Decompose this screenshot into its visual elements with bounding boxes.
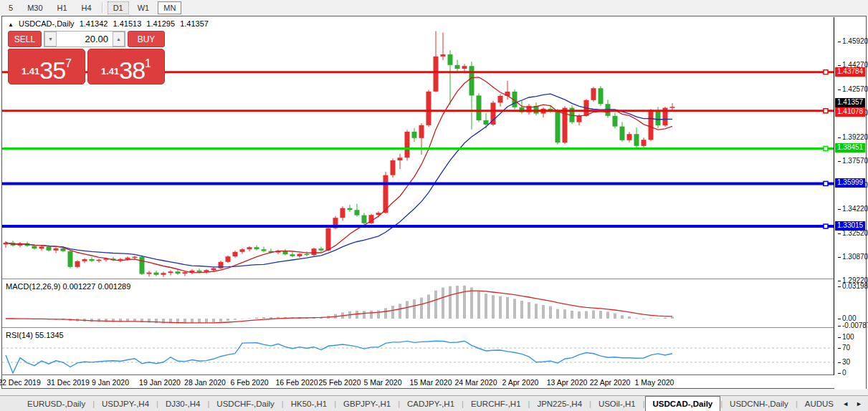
period-toolbar: 5M30H1H4D1W1MN bbox=[0, 0, 868, 15]
period-button-5[interactable]: 5 bbox=[3, 1, 19, 14]
date-tick-label: 31 Dec 2019 bbox=[47, 378, 90, 387]
time-axis: 22 Dec 201931 Dec 20199 Jan 202019 Jan 2… bbox=[2, 377, 834, 388]
price-tick-label: 1.34220 bbox=[838, 205, 868, 213]
chart-tab-usoil-h1[interactable]: USOil-,H1 bbox=[591, 396, 643, 411]
tick-mark bbox=[838, 281, 841, 281]
one-click-trading-panel: SELL ▼ ▲ BUY 1.41 35 7 1.41 38 1 bbox=[8, 31, 165, 84]
chart-tab-dj30-h4[interactable]: DJ30-,H4 bbox=[158, 396, 208, 411]
ohlc-close: 1.41357 bbox=[180, 19, 209, 28]
chart-tab-hk50-h1[interactable]: HK50-,H1 bbox=[284, 396, 335, 411]
tick-mark bbox=[838, 233, 841, 234]
tick-mark bbox=[838, 373, 841, 374]
line-endpoint-handle[interactable] bbox=[824, 224, 828, 228]
tick-mark bbox=[838, 286, 841, 287]
tick-mark bbox=[838, 348, 841, 349]
chart-tab-usdcnh-daily[interactable]: USDCNH-,Daily bbox=[722, 396, 796, 411]
date-tick-label: 15 Mar 2020 bbox=[410, 378, 452, 387]
tick-mark bbox=[838, 209, 841, 210]
price-badge: 1.35999 bbox=[835, 178, 865, 188]
line-endpoint-handle[interactable] bbox=[824, 70, 828, 74]
period-button-w1[interactable]: W1 bbox=[132, 1, 156, 14]
date-tick-label: 5 Mar 2020 bbox=[363, 378, 401, 387]
date-tick-label: 24 Mar 2020 bbox=[455, 378, 497, 387]
one-click-panel-toggle-icon[interactable]: ▲ bbox=[8, 21, 14, 28]
symbol-timeframe-label: USDCAD-,Daily bbox=[19, 19, 75, 28]
chart-title: ▲ USDCAD-,Daily 1.41342 1.41513 1.41295 … bbox=[8, 19, 211, 28]
macd-axis-label: 0.031987 bbox=[838, 282, 868, 290]
chart-tab-audus[interactable]: AUDUS bbox=[798, 396, 836, 411]
date-tick-label: 1 May 2020 bbox=[635, 378, 674, 387]
date-tick-label: 19 Jan 2020 bbox=[139, 378, 181, 387]
line-endpoint-handle[interactable] bbox=[824, 109, 828, 113]
chart-tab-eurchf-h1[interactable]: EURCHF-,H1 bbox=[464, 396, 528, 411]
rsi-chart-canvas[interactable] bbox=[2, 329, 834, 374]
price-tick-label: 1.39220 bbox=[838, 133, 868, 141]
price-badge: 1.41078 bbox=[835, 107, 865, 117]
date-tick-label: 6 Feb 2020 bbox=[230, 378, 268, 387]
date-tick-label: 28 Jan 2020 bbox=[184, 378, 226, 387]
ohlc-open: 1.41342 bbox=[80, 19, 108, 28]
line-endpoint-handle[interactable] bbox=[824, 181, 828, 185]
price-tick-label: 1.45920 bbox=[838, 37, 868, 45]
rsi-axis-label: 70 bbox=[838, 344, 850, 352]
volume-increase-button[interactable]: ▲ bbox=[113, 32, 125, 47]
tick-mark bbox=[838, 326, 841, 327]
tab-scroll-right-icon[interactable]: ► bbox=[856, 400, 862, 407]
sell-price-pips: 35 bbox=[39, 59, 65, 81]
date-tick-label: 22 Dec 2019 bbox=[0, 378, 41, 387]
period-button-d1[interactable]: D1 bbox=[108, 1, 129, 14]
chart-window: ▲ USDCAD-,Daily 1.41342 1.41513 1.41295 … bbox=[1, 16, 867, 389]
price-tick-label: 1.42570 bbox=[838, 85, 868, 93]
period-button-h4[interactable]: H4 bbox=[76, 1, 97, 14]
price-tick-label: 1.37570 bbox=[838, 157, 868, 165]
tab-scroll-left-icon[interactable]: ◄ bbox=[842, 400, 849, 407]
rsi-axis-label: 0 bbox=[838, 369, 846, 377]
price-axis: 1.459201.442701.425701.409201.392201.375… bbox=[834, 16, 866, 390]
period-button-m30[interactable]: M30 bbox=[22, 1, 48, 14]
line-endpoint-handle[interactable] bbox=[824, 146, 828, 150]
chart-tab-gbpjpy-h1[interactable]: GBPJPY-,H1 bbox=[336, 396, 398, 411]
ohlc-high: 1.41513 bbox=[113, 19, 142, 28]
tick-mark bbox=[838, 257, 841, 258]
volume-decrease-button[interactable]: ▼ bbox=[44, 32, 57, 47]
macd-indicator-label: MACD(12,26,9) 0.001227 0.001289 bbox=[6, 282, 130, 291]
rsi-indicator-label: RSI(14) 55.1345 bbox=[6, 331, 64, 339]
sell-price-pipette: 7 bbox=[65, 49, 72, 78]
period-button-mn[interactable]: MN bbox=[158, 1, 181, 14]
tick-mark bbox=[838, 42, 841, 42]
price-badge: 1.38451 bbox=[835, 143, 865, 153]
chart-tab-usdchf-daily[interactable]: USDCHF-,Daily bbox=[209, 396, 282, 411]
macd-axis-label: -0.007879 bbox=[838, 321, 868, 329]
chart-tab-usdcad-daily[interactable]: USDCAD-,Daily bbox=[645, 396, 721, 411]
volume-input[interactable] bbox=[57, 32, 113, 47]
chart-tab-usdjpy-h4[interactable]: USDJPY-,H4 bbox=[95, 396, 156, 411]
buy-price-pipette: 1 bbox=[145, 49, 151, 78]
chart-tab-cadjpy-h1[interactable]: CADJPY-,H1 bbox=[400, 396, 462, 411]
toolbar-separator bbox=[102, 2, 103, 13]
sell-price-box[interactable]: 1.41 35 7 bbox=[8, 49, 85, 84]
chart-tab-jpn225-h4[interactable]: JPN225-,H4 bbox=[530, 396, 589, 411]
tick-mark bbox=[838, 319, 841, 319]
tick-mark bbox=[838, 90, 841, 90]
buy-button[interactable]: BUY bbox=[128, 31, 165, 47]
tick-mark bbox=[838, 137, 841, 138]
tick-mark bbox=[838, 65, 841, 66]
buy-price-box[interactable]: 1.41 38 1 bbox=[87, 49, 165, 84]
macd-histogram bbox=[6, 286, 672, 324]
chart-tab-eurusd-daily[interactable]: EURUSD-,Daily bbox=[20, 396, 92, 411]
date-tick-label: 2 Apr 2020 bbox=[502, 378, 539, 387]
rsi-line bbox=[6, 341, 672, 373]
period-button-h1[interactable]: H1 bbox=[52, 1, 73, 14]
date-tick-label: 25 Feb 2020 bbox=[319, 378, 361, 387]
date-tick-label: 9 Jan 2020 bbox=[92, 378, 129, 387]
time-axis-line bbox=[2, 374, 866, 375]
sell-button[interactable]: SELL bbox=[8, 31, 42, 47]
ohlc-low: 1.41295 bbox=[146, 19, 175, 28]
chart-tab-bar: EURUSD-,Daily|USDJPY-,H4|DJ30-,H4|USDCHF… bbox=[0, 395, 868, 411]
buy-price-pips: 38 bbox=[119, 59, 145, 81]
sell-price-prefix: 1.41 bbox=[22, 62, 39, 81]
price-badge: 1.43784 bbox=[835, 67, 865, 77]
price-badge: 1.41357 bbox=[835, 98, 865, 107]
date-tick-label: 22 Apr 2020 bbox=[590, 378, 631, 387]
price-axis-border bbox=[834, 17, 834, 375]
